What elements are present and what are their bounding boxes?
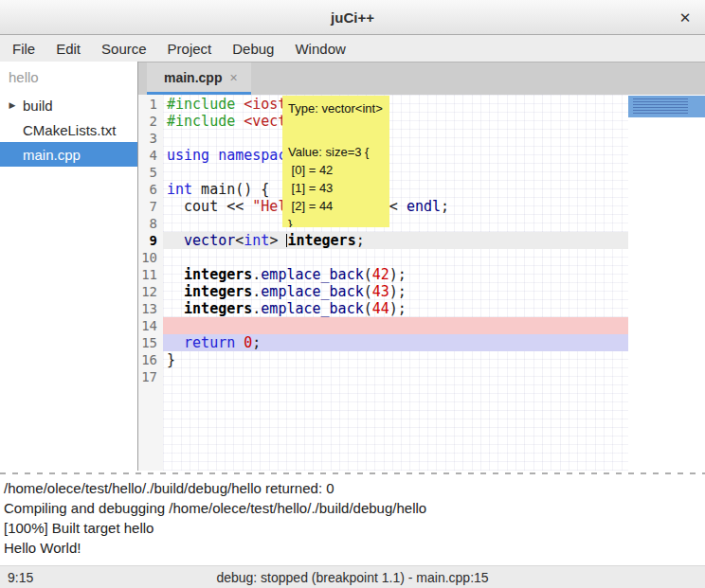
line-number: 7 xyxy=(138,198,163,215)
menu-item-project[interactable]: Project xyxy=(157,37,223,61)
project-name-label: hello xyxy=(0,65,137,93)
line-number: 13 xyxy=(138,300,163,317)
line-number: 10 xyxy=(138,249,163,266)
menu-item-edit[interactable]: Edit xyxy=(45,37,91,61)
tree-item-label: main.cpp xyxy=(0,147,81,163)
line-code: #include <vector> xyxy=(163,113,628,130)
line-number: 16 xyxy=(138,351,163,368)
tooltip-type-line: Type: vector<int> xyxy=(288,99,384,117)
file-tree-sidebar: hello ▶buildCMakeLists.txtmain.cpp xyxy=(0,62,138,471)
code-editor[interactable]: 1#include <iostream>2#include <vector>34… xyxy=(138,95,705,471)
line-number: 14 xyxy=(138,317,163,334)
editor-pane: main.cpp × 1#include <iostream>2#include… xyxy=(138,62,705,471)
line-code: integers.emplace_back(43); xyxy=(163,283,628,300)
line-code: } xyxy=(163,351,628,368)
editor-line-15[interactable]: 15 return 0; xyxy=(138,334,628,351)
terminal-line: Hello World! xyxy=(4,538,701,558)
statusbar: 9:15 debug: stopped (breakpoint 1.1) - m… xyxy=(0,565,705,588)
line-number: 15 xyxy=(138,334,163,351)
menu-item-file[interactable]: File xyxy=(2,37,45,61)
line-code: #include <iostream> xyxy=(163,96,628,113)
editor-line-12[interactable]: 12 integers.emplace_back(43); xyxy=(138,283,628,300)
tab-close-icon[interactable]: × xyxy=(229,70,237,85)
minimap-visible-region[interactable] xyxy=(628,96,705,117)
line-number: 12 xyxy=(138,283,163,300)
line-number: 4 xyxy=(138,147,163,164)
line-code: integers.emplace_back(42); xyxy=(163,266,628,283)
line-code xyxy=(163,164,628,181)
terminal-line: Compiling and debugging /home/olece/test… xyxy=(4,498,701,518)
line-code xyxy=(163,130,628,147)
menu-item-window[interactable]: Window xyxy=(284,37,355,61)
menubar: FileEditSourceProjectDebugWindow xyxy=(0,35,705,62)
tooltip-value-line: Value: size=3 { xyxy=(288,143,384,161)
tooltip-value-line: [1] = 43 xyxy=(288,179,384,197)
editor-line-13[interactable]: 13 integers.emplace_back(44); xyxy=(138,300,628,317)
tree-item-build[interactable]: ▶build xyxy=(0,93,137,117)
editor-line-9[interactable]: 9 vector<int> integers; xyxy=(138,232,628,249)
minimap-code-lines xyxy=(633,98,688,114)
line-code: using namespace std; xyxy=(163,147,628,164)
editor-line-10[interactable]: 10 xyxy=(138,249,628,266)
window-title: juCi++ xyxy=(331,9,374,26)
tab-label: main.cpp xyxy=(164,70,222,85)
line-number: 3 xyxy=(138,130,163,147)
line-code: integers.emplace_back(44); xyxy=(163,300,628,317)
tooltip-value-line: [2] = 44 xyxy=(288,197,384,215)
close-icon[interactable]: ✕ xyxy=(675,8,696,28)
tree-item-main-cpp[interactable]: main.cpp xyxy=(0,142,137,167)
debug-status-label: debug: stopped (breakpoint 1.1) - main.c… xyxy=(216,570,488,585)
juci-window: juCi++ ✕ FileEditSourceProjectDebugWindo… xyxy=(0,0,705,588)
line-number: 5 xyxy=(138,164,163,181)
editor-line-11[interactable]: 11 integers.emplace_back(42); xyxy=(138,266,628,283)
minimap[interactable] xyxy=(628,95,705,471)
line-code xyxy=(163,368,628,385)
line-code xyxy=(163,215,628,232)
editor-line-17[interactable]: 17 xyxy=(138,368,628,385)
line-code xyxy=(163,249,628,266)
menu-item-debug[interactable]: Debug xyxy=(222,37,284,61)
tree-item-cmakelists-txt[interactable]: CMakeLists.txt xyxy=(0,117,137,142)
line-code: return 0; xyxy=(163,334,628,351)
line-code: cout << "Hello World!" << endl; xyxy=(163,198,628,215)
terminal-line: [100%] Built target hello xyxy=(4,518,701,538)
editor-line-14[interactable]: 14 xyxy=(138,317,628,334)
tree-item-label: build xyxy=(20,98,53,114)
debug-value-tooltip: Type: vector<int> Value: size=3 { [0] = … xyxy=(282,96,389,227)
expander-triangle-icon[interactable]: ▶ xyxy=(5,100,20,110)
build-terminal-output[interactable]: /home/olece/test/hello/./build/debug/hel… xyxy=(0,475,705,565)
cursor-position-label: 9:15 xyxy=(0,570,33,585)
tooltip-value-line: [0] = 42 xyxy=(288,161,384,179)
file-tree: ▶buildCMakeLists.txtmain.cpp xyxy=(0,93,137,167)
line-number: 17 xyxy=(138,368,163,385)
tab-strip: main.cpp × xyxy=(138,62,705,95)
line-code: int main() { xyxy=(163,181,628,198)
tooltip-value-line: } xyxy=(288,215,384,227)
menu-item-source[interactable]: Source xyxy=(91,37,157,61)
terminal-line: /home/olece/test/hello/./build/debug/hel… xyxy=(4,478,701,498)
line-number: 6 xyxy=(138,181,163,198)
pane-splitter[interactable] xyxy=(0,471,705,475)
tab-main-cpp[interactable]: main.cpp × xyxy=(147,62,251,95)
tree-item-label: CMakeLists.txt xyxy=(0,122,116,138)
line-code: vector<int> integers; xyxy=(163,232,628,249)
line-number: 2 xyxy=(138,113,163,130)
titlebar: juCi++ ✕ xyxy=(0,0,705,35)
line-code xyxy=(163,317,628,334)
editor-line-16[interactable]: 16} xyxy=(138,351,628,368)
line-number: 11 xyxy=(138,266,163,283)
line-number: 1 xyxy=(138,96,163,113)
line-number: 9 xyxy=(138,232,163,249)
line-number: 8 xyxy=(138,215,163,232)
